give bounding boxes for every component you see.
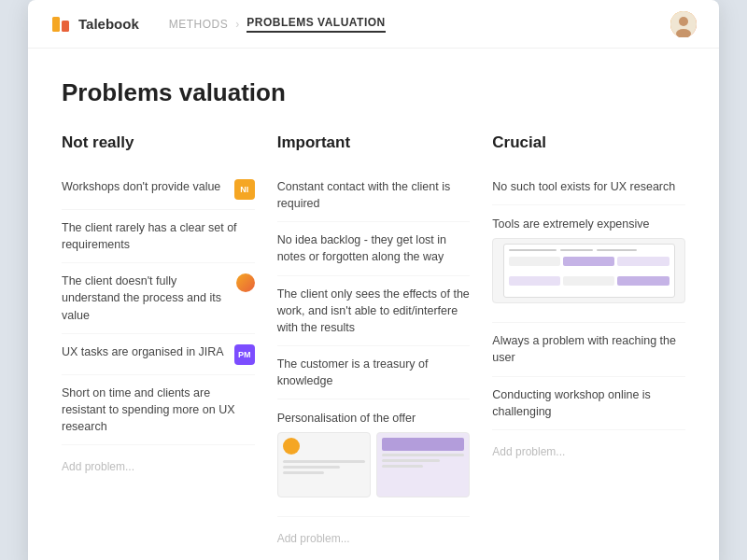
personalisation-thumbnail [277,432,471,497]
problem-text: No idea backlog - they get lost in notes… [277,231,471,265]
problem-item: The customer is a treasury of knowledge [277,346,471,399]
problem-item: Short on time and clients are resistant … [62,375,255,445]
problem-item: No such tool exists for UX research [492,169,685,205]
problem-item: The client doesn't fully understand the … [62,263,255,333]
logo[interactable]: Talebook [50,13,139,35]
problem-text: No such tool exists for UX research [492,178,685,195]
content-area: Problems valuation Not really Workshops … [28,49,719,560]
problem-text: Constant contact with the client is requ… [277,178,471,212]
column-header-important: Important [277,133,471,152]
problem-item: The client rarely has a clear set of req… [62,210,255,263]
user-avatar-icon [670,11,697,37]
problem-badge-pm: PM [234,344,255,365]
header: Talebook METHODS › PROBLEMS VALUATION [28,0,719,49]
problem-item: Always a problem with reaching the user [492,323,685,376]
tools-thumbnail [492,238,685,303]
person-avatar [283,438,300,455]
problem-item: Workshops don't provide value NI [62,169,255,210]
problem-item: UX tasks are organised in JIRA PM [62,334,255,375]
problem-item: The client only sees the effects of the … [277,276,471,346]
problem-text: Conducting workshop online is challengin… [492,386,685,420]
column-crucial: Crucial No such tool exists for UX resea… [492,133,685,545]
problem-item: Personalisation of the offer [277,399,471,517]
page-title: Problems valuation [62,78,685,107]
columns-container: Not really Workshops don't provide value… [62,133,685,545]
column-important: Important Constant contact with the clie… [277,133,471,545]
problem-text: Short on time and clients are resistant … [62,385,255,435]
problem-text: Tools are extremely expensive [492,217,649,231]
problem-item: Constant contact with the client is requ… [277,169,471,222]
problem-item: No idea backlog - they get lost in notes… [277,222,471,275]
svg-point-3 [679,17,688,26]
problem-text: The client rarely has a clear set of req… [62,219,255,253]
logo-icon [50,13,73,35]
problem-item: Conducting workshop online is challengin… [492,377,685,430]
person-card-2 [376,432,470,497]
breadcrumb-separator: › [235,18,239,31]
add-problem-important[interactable]: Add problem... [277,532,471,545]
main-window: Talebook METHODS › PROBLEMS VALUATION Pr… [28,0,719,560]
problem-text: The client doesn't fully understand the … [62,273,229,323]
breadcrumb: METHODS › PROBLEMS VALUATION [169,16,670,33]
svg-rect-0 [52,17,60,32]
problem-text: Personalisation of the offer [277,412,416,425]
add-problem-not-really[interactable]: Add problem... [62,460,255,473]
column-header-not-really: Not really [62,133,255,152]
add-problem-crucial[interactable]: Add problem... [492,445,685,458]
person-card-1 [277,432,371,497]
breadcrumb-parent[interactable]: METHODS [169,18,229,31]
breadcrumb-current: PROBLEMS VALUATION [247,16,386,33]
avatar[interactable] [670,11,697,37]
avatar-badge [236,273,255,292]
problem-text: The client only sees the effects of the … [277,286,471,336]
problem-text: UX tasks are organised in JIRA [62,343,227,360]
problem-item: Tools are extremely expensive [492,205,685,323]
svg-rect-1 [62,21,69,32]
problem-text: Always a problem with reaching the user [492,332,685,366]
problem-text: Workshops don't provide value [62,178,227,195]
problem-badge-ni: NI [234,179,255,200]
problem-text: The customer is a treasury of knowledge [277,356,471,389]
column-not-really: Not really Workshops don't provide value… [62,133,255,545]
column-header-crucial: Crucial [492,133,685,152]
logo-text: Talebook [78,16,139,32]
